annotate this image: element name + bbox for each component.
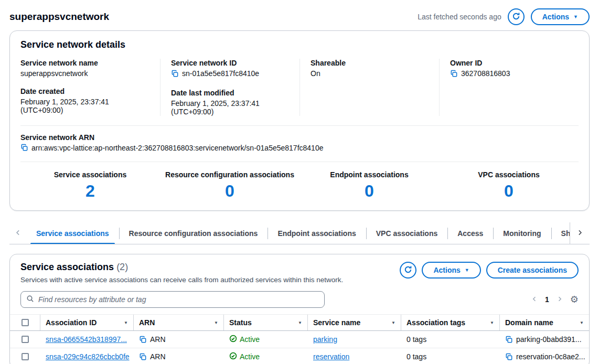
- copy-icon[interactable]: [139, 336, 147, 344]
- column-sort-icon[interactable]: ▼: [297, 319, 303, 326]
- tab-resource-configuration-associations[interactable]: Resource configuration associations: [119, 222, 268, 244]
- field-value: sn-01a5e5e817fc8410e: [182, 69, 259, 78]
- tab-strip: Service associations Resource configurat…: [9, 222, 590, 244]
- arn-cell-label: ARN: [150, 335, 166, 344]
- column-sort-icon[interactable]: ▼: [213, 319, 219, 326]
- copy-icon[interactable]: [139, 353, 147, 361]
- column-header-status[interactable]: Status ▼: [224, 315, 308, 330]
- chevron-left-icon: [531, 295, 538, 304]
- column-header-association-tags[interactable]: Association tags ▼: [401, 315, 500, 330]
- table-actions-button-label: Actions: [433, 266, 460, 274]
- status-active-icon: [229, 335, 237, 344]
- tab-service-associations[interactable]: Service associations: [26, 222, 119, 244]
- column-header-label: Association ID: [46, 318, 97, 327]
- select-row-cell: [10, 348, 40, 364]
- chevron-right-icon: [576, 229, 583, 238]
- tab-label: Endpoint associations: [277, 229, 356, 238]
- field-service-network-name: Service network name superappsvcnetwork: [20, 59, 149, 78]
- tab-endpoint-associations[interactable]: Endpoint associations: [268, 222, 366, 244]
- tabs: Service associations Resource configurat…: [26, 222, 570, 244]
- column-header-association-id[interactable]: Association ID ▼: [40, 315, 134, 330]
- refresh-icon: [404, 265, 412, 275]
- field-value: superappsvcnetwork: [20, 69, 149, 78]
- field-label: Owner ID: [450, 59, 568, 67]
- field-value: February 1, 2025, 23:37:41 (UTC+09:00): [20, 98, 149, 114]
- column-header-domain-name[interactable]: Domain name ▼: [500, 315, 589, 330]
- search-icon: [26, 295, 34, 304]
- column-header-label: Status: [229, 318, 252, 327]
- tab-monitoring[interactable]: Monitoring: [493, 222, 551, 244]
- page-header-actions: Last fetched seconds ago Actions ▼: [418, 8, 590, 25]
- tab-sharing[interactable]: Sharing: [551, 222, 570, 244]
- status-badge: Active: [229, 335, 260, 344]
- service-name-link[interactable]: parking: [313, 335, 337, 344]
- service-network-arn-section: Service network ARN arn:aws:vpc-lattice:…: [20, 125, 579, 162]
- refresh-button[interactable]: [508, 8, 525, 25]
- status-badge: Active: [229, 352, 260, 361]
- copy-icon[interactable]: [505, 353, 513, 361]
- table-row: snsa-0665542b318997... ARN Active parkin…: [10, 331, 589, 348]
- field-date-created: Date created February 1, 2025, 23:37:41 …: [20, 87, 149, 114]
- tab-access[interactable]: Access: [447, 222, 493, 244]
- column-header-label: Association tags: [407, 318, 465, 327]
- column-sort-icon[interactable]: ▼: [489, 319, 495, 326]
- service-name-link[interactable]: reservation: [313, 352, 349, 361]
- column-header-label: Domain name: [505, 318, 553, 327]
- pagination-next-button[interactable]: [557, 295, 563, 304]
- field-label: Shareable: [311, 59, 429, 67]
- search-input[interactable]: [38, 295, 319, 304]
- column-header-arn[interactable]: ARN ▼: [134, 315, 224, 330]
- caret-down-icon: ▼: [573, 15, 578, 19]
- association-id-link[interactable]: snsa-029c94c826cbcb0fe: [46, 352, 130, 361]
- stat-endpoint-associations: Endpoint associations 0: [300, 170, 439, 201]
- copy-icon[interactable]: [450, 70, 458, 78]
- stat-value: 0: [300, 181, 439, 201]
- search-box: [20, 291, 325, 308]
- arn-value: arn:aws:vpc-lattice:ap-northeast-2:36270…: [31, 144, 323, 152]
- pagination: 1 ⚙: [531, 295, 579, 304]
- select-row-checkbox[interactable]: [22, 353, 29, 360]
- chevron-left-icon: [15, 229, 22, 238]
- field-label: Service network ID: [171, 59, 289, 67]
- tab-vpc-associations[interactable]: VPC associations: [366, 222, 448, 244]
- stat-label: Service associations: [20, 170, 160, 179]
- service-associations-description: Services with active service association…: [20, 276, 343, 284]
- page-actions-button-label: Actions: [542, 13, 569, 21]
- copy-icon[interactable]: [505, 336, 513, 344]
- association-id-link[interactable]: snsa-0665542b318997...: [46, 335, 127, 344]
- column-sort-icon[interactable]: ▼: [390, 319, 397, 326]
- copy-icon[interactable]: [171, 70, 179, 78]
- pagination-prev-button[interactable]: [531, 295, 538, 304]
- service-associations-title: Service associations (2): [20, 262, 343, 273]
- column-sort-icon[interactable]: ▼: [123, 319, 129, 326]
- create-associations-button[interactable]: Create associations: [486, 262, 579, 279]
- page-actions-button[interactable]: Actions ▼: [531, 8, 590, 25]
- tabs-scroll-right-button[interactable]: [570, 222, 590, 244]
- service-associations-count: (2): [116, 262, 128, 272]
- tab-label: Monitoring: [503, 229, 541, 238]
- select-row-checkbox[interactable]: [22, 336, 29, 343]
- page-header: superappsvcnetwork Last fetched seconds …: [9, 6, 590, 30]
- table-refresh-button[interactable]: [400, 262, 416, 279]
- tabs-scroll-left-button[interactable]: [9, 222, 26, 244]
- details-column-2: Service network ID sn-01a5e5e817fc8410e …: [160, 59, 300, 116]
- preferences-gear-icon[interactable]: ⚙: [570, 295, 579, 304]
- select-all-checkbox[interactable]: [22, 319, 29, 326]
- copy-icon[interactable]: [20, 144, 28, 152]
- association-tags-text: 0 tags: [407, 352, 426, 361]
- table-toolbar: 1 ⚙: [20, 291, 579, 308]
- chevron-right-icon: [557, 295, 563, 304]
- stat-value: 0: [160, 181, 300, 201]
- pagination-current-page[interactable]: 1: [545, 295, 549, 304]
- column-header-service-name[interactable]: Service name ▼: [308, 315, 401, 330]
- field-date-last-modified: Date last modified February 1, 2025, 23:…: [171, 89, 289, 116]
- table-actions-button[interactable]: Actions ▼: [422, 262, 480, 279]
- service-associations-card: Service associations (2) Services with a…: [9, 254, 590, 364]
- association-stats: Service associations 2 Resource configur…: [20, 162, 579, 206]
- stat-label: Endpoint associations: [300, 170, 439, 179]
- field-service-network-id: Service network ID sn-01a5e5e817fc8410e: [171, 59, 289, 79]
- details-card-title: Service network details: [20, 39, 579, 50]
- tab-label: Resource configuration associations: [129, 229, 258, 238]
- stat-value: 2: [20, 181, 160, 201]
- column-sort-icon[interactable]: ▼: [579, 319, 585, 326]
